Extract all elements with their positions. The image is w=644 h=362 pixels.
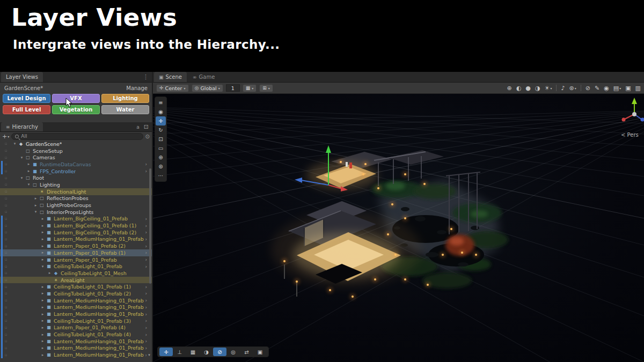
- tree-row[interactable]: ▫□SceneSetup: [0, 147, 152, 154]
- expand-toggle-icon[interactable]: ▸: [26, 169, 32, 173]
- expand-toggle-icon[interactable]: ▾: [19, 156, 25, 160]
- pivot-mode-dropdown[interactable]: ✛ Center ▾: [156, 84, 189, 92]
- tree-row[interactable]: ▫▸■Lantern_Paper_01_Prefab›: [0, 256, 152, 263]
- expand-toggle-icon[interactable]: ▸: [40, 319, 46, 323]
- prefab-open-icon[interactable]: ›: [145, 216, 148, 221]
- tree-row[interactable]: ▫▸■Lantern_MediumHanging_01_Prefab›: [0, 236, 152, 243]
- expand-toggle-icon[interactable]: ▸: [33, 203, 39, 208]
- tree-row[interactable]: ▫▸◆CeilingTubeLight_01_Mesh: [0, 270, 152, 277]
- row-gutter[interactable]: ▫: [0, 249, 12, 256]
- component-view-button[interactable]: ▥: [635, 85, 641, 92]
- visibility-toggle-icon[interactable]: ▫: [5, 210, 8, 214]
- visibility-toggle-icon[interactable]: ▫: [5, 203, 8, 208]
- snap-tool-button[interactable]: ⊛: [156, 162, 166, 171]
- layer-button-vegetation[interactable]: Vegetation: [52, 105, 100, 114]
- expand-toggle-icon[interactable]: ▸: [40, 224, 46, 228]
- overlays-button[interactable]: ▤▾: [613, 85, 621, 92]
- row-gutter[interactable]: ▫: [0, 242, 12, 249]
- visibility-toggle-icon[interactable]: ▫: [5, 217, 8, 221]
- visibility-toggle-icon[interactable]: ▫: [5, 271, 8, 275]
- tab-layer-views[interactable]: Layer Views: [1, 72, 43, 82]
- brush-button[interactable]: ✎: [595, 85, 599, 92]
- view-tool-button[interactable]: ◉: [156, 107, 166, 116]
- layer-button-level-design[interactable]: Level Design: [3, 94, 50, 103]
- effects-button[interactable]: ⊛▾: [569, 85, 576, 92]
- manage-button[interactable]: Manage: [126, 85, 148, 91]
- tree-row[interactable]: ▫▾■CeilingTubeLight_01_Prefab›: [0, 263, 152, 270]
- lock-icon[interactable]: a: [136, 124, 140, 130]
- expand-toggle-icon[interactable]: ▸: [40, 305, 46, 309]
- scene-audio-button[interactable]: ♪: [561, 85, 565, 92]
- row-gutter[interactable]: ▫: [0, 270, 12, 277]
- expand-toggle-icon[interactable]: ▸: [40, 353, 46, 357]
- expand-toggle-icon[interactable]: ▸: [40, 250, 46, 255]
- pan-button[interactable]: ⇄: [240, 348, 253, 356]
- visibility-toggle-icon[interactable]: ▫: [5, 305, 8, 309]
- row-gutter[interactable]: ▫: [0, 283, 12, 290]
- row-gutter[interactable]: ▫: [0, 188, 12, 195]
- visibility-toggle-icon[interactable]: ▫: [5, 312, 8, 316]
- row-gutter[interactable]: ▫: [0, 345, 12, 352]
- tree-row[interactable]: ▫▸□LightProbeGroups: [0, 202, 152, 209]
- tree-row[interactable]: ▫▸■CeilingTubeLight_01_Prefab (1)›: [0, 283, 152, 290]
- visibility-toggle-icon[interactable]: ▫: [5, 237, 8, 241]
- row-gutter[interactable]: ▫: [0, 277, 12, 284]
- search-filter-icon[interactable]: ⊙: [145, 134, 150, 139]
- camera-settings-button[interactable]: ⊕: [507, 85, 512, 92]
- grid-snapping-button[interactable]: ▦ ▾: [243, 84, 257, 92]
- row-gutter[interactable]: ▫: [0, 256, 12, 263]
- visibility-toggle-icon[interactable]: ▫: [5, 333, 8, 337]
- expand-toggle-icon[interactable]: ▸: [40, 217, 46, 221]
- prefab-open-icon[interactable]: ›: [145, 318, 148, 323]
- lighting-toggle-button[interactable]: ◑: [535, 85, 540, 92]
- tree-row[interactable]: ▫▸■Lantern_MediumHanging_01_Prefab›: [0, 297, 152, 304]
- grid-snap-button[interactable]: ▦: [186, 348, 200, 356]
- row-gutter[interactable]: ▫: [0, 202, 12, 209]
- layer-button-lighting[interactable]: Lighting: [101, 94, 149, 103]
- increment-snap-button[interactable]: ⊞ ▾: [259, 84, 273, 92]
- visibility-toggle-icon[interactable]: ▫: [5, 319, 8, 323]
- expand-toggle-icon[interactable]: ▾: [33, 210, 39, 214]
- tree-row[interactable]: ▫☀DirectionalLight: [0, 188, 152, 195]
- row-gutter[interactable]: ▫: [0, 317, 12, 324]
- prefab-open-icon[interactable]: ›: [145, 332, 148, 337]
- tab-game[interactable]: ∞ Game: [188, 72, 219, 82]
- row-gutter[interactable]: ▫: [0, 147, 12, 154]
- prefab-open-icon[interactable]: ›: [145, 237, 148, 242]
- orientation-dropdown[interactable]: ◎ Global ▾: [192, 84, 223, 92]
- visibility-toggle-icon[interactable]: ▫: [5, 250, 8, 255]
- visibility-toggle-icon[interactable]: ▫: [5, 176, 8, 180]
- create-menu-button[interactable]: +▾: [2, 133, 9, 140]
- visibility-toggle-icon[interactable]: ▫: [5, 257, 8, 262]
- expand-toggle-icon[interactable]: ▸: [33, 196, 39, 201]
- expand-toggle-icon[interactable]: ▸: [40, 285, 46, 289]
- visibility-toggle-icon[interactable]: ▫: [5, 162, 8, 166]
- move-tool-button[interactable]: ✛: [156, 116, 166, 125]
- row-gutter[interactable]: ▫: [0, 263, 12, 270]
- visibility-toggle-icon[interactable]: ▫: [5, 326, 8, 330]
- tree-row[interactable]: ▫▸■Lantern_Paper_01_Prefab (1)›: [0, 249, 152, 256]
- tree-row[interactable]: ▫▾□Root: [0, 174, 152, 181]
- layer-button-full-level[interactable]: Full Level: [3, 105, 50, 114]
- tree-row[interactable]: ▫☀AreaLight: [0, 277, 152, 284]
- row-gutter[interactable]: ▫: [0, 154, 12, 161]
- tree-row[interactable]: ▫▸■CeilingTubeLight_01_Prefab (3)›: [0, 317, 152, 324]
- prefab-open-icon[interactable]: ›: [145, 291, 148, 296]
- visibility-toggle-icon[interactable]: ▫: [5, 224, 8, 228]
- rotate-tool-button[interactable]: ↻: [156, 125, 166, 135]
- visibility-toggle-icon[interactable]: ▫: [5, 189, 8, 194]
- expand-toggle-icon[interactable]: ▸: [47, 271, 53, 275]
- hierarchy-scrollbar[interactable]: [149, 168, 151, 284]
- tree-row[interactable]: ▫▸□ReflectionProbes: [0, 195, 152, 202]
- transform-tool-button[interactable]: ⊕: [156, 153, 166, 162]
- prefab-open-icon[interactable]: ›: [145, 305, 148, 310]
- expand-toggle-icon[interactable]: ▸: [40, 298, 46, 302]
- prefab-open-icon[interactable]: ›: [145, 257, 148, 262]
- row-gutter[interactable]: ▫: [0, 195, 12, 202]
- row-gutter[interactable]: ▫: [0, 304, 12, 311]
- row-gutter[interactable]: ▫: [0, 209, 12, 216]
- visibility-toggle-icon[interactable]: ▫: [5, 156, 8, 160]
- expand-toggle-icon[interactable]: ▸: [40, 339, 46, 343]
- visibility-toggle-icon[interactable]: ▫: [5, 169, 8, 173]
- hidden-objects-button[interactable]: ⊘: [586, 85, 590, 92]
